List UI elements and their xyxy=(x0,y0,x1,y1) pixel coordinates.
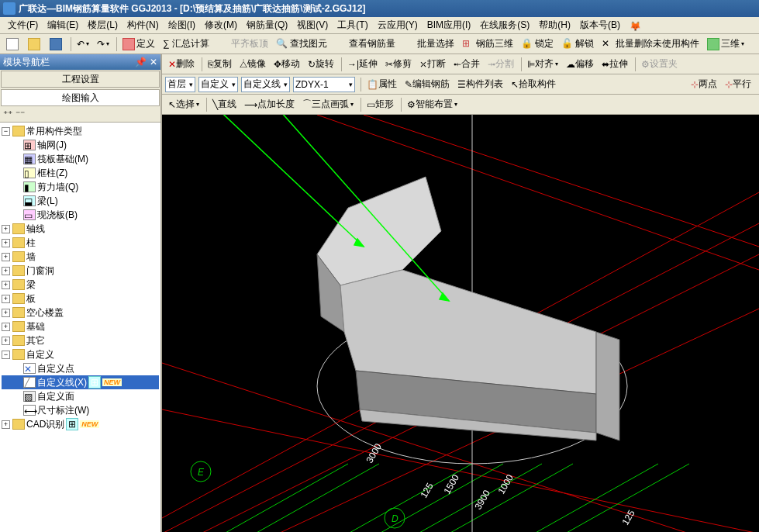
stretch-button[interactable]: ⬌拉伸 xyxy=(599,56,631,72)
collapse-icon[interactable]: ⁻⁻ xyxy=(16,109,25,120)
svg-text:D: D xyxy=(392,513,398,524)
tree-node-axis-grid[interactable]: ⊞轴网(J) xyxy=(2,138,159,152)
editrebar-button[interactable]: ✎编辑钢筋 xyxy=(402,76,453,92)
define-button[interactable]: 定义 xyxy=(119,36,158,52)
batchdel-button[interactable]: ✕批量删除未使用构件 xyxy=(599,36,702,52)
copy-button[interactable]: ⎘复制 xyxy=(205,56,235,72)
extend-button[interactable]: →|延伸 xyxy=(344,56,381,72)
lock-button[interactable]: 🔒锁定 xyxy=(518,36,557,52)
3d-viewport[interactable]: 3000 125 1500 3900 1000 125 E D xyxy=(162,115,759,532)
tree-node-custom-face[interactable]: ▨自定义面 xyxy=(2,389,159,403)
menu-rebar[interactable]: 钢筋量(Q) xyxy=(242,17,292,33)
menu-draw[interactable]: 绘图(I) xyxy=(164,17,200,33)
tree-node-custom[interactable]: −自定义 xyxy=(2,347,159,361)
menu-floor[interactable]: 楼层(L) xyxy=(83,17,122,33)
trim-button[interactable]: ✂修剪 xyxy=(382,56,415,72)
save-button[interactable] xyxy=(47,36,67,52)
customline-combo[interactable]: 自定义线▾ xyxy=(241,77,290,92)
tree-node-foundation[interactable]: +基础 xyxy=(2,320,159,333)
rect-button[interactable]: ▭矩形 xyxy=(364,96,397,112)
sidebar-title: 模块导航栏 📌 ✕ xyxy=(0,54,160,70)
menu-version[interactable]: 版本号(B) xyxy=(575,17,625,33)
zdyx-combo[interactable]: ZDYX-1▾ xyxy=(293,77,355,92)
redo-button[interactable]: ↷▾ xyxy=(94,37,112,51)
menu-edit[interactable]: 编辑(E) xyxy=(43,17,83,33)
tree-node-shear-wall[interactable]: ▮剪力墙(Q) xyxy=(2,180,159,194)
tree-node-custom-line[interactable]: ╱自定义线(X)⊞NEW xyxy=(2,375,159,389)
tree-node-cad[interactable]: +CAD识别⊞NEW xyxy=(2,417,159,431)
draw-toolbar: ↖选择▾ ╲直线 ⟶点加长度 ⌒三点画弧▾ ▭矩形 ⚙智能布置▾ xyxy=(162,95,759,115)
new-button[interactable] xyxy=(3,36,23,52)
rebar3d-button[interactable]: ⊞钢筋三维 xyxy=(459,36,516,52)
menu-file[interactable]: 文件(F) xyxy=(3,17,43,33)
threed-button[interactable]: 三维▾ xyxy=(704,36,747,52)
mirror-button[interactable]: ⧊镜像 xyxy=(236,56,269,72)
componentlist-button[interactable]: ☰构件列表 xyxy=(454,76,506,92)
tree-node-column[interactable]: +柱 xyxy=(2,236,159,250)
main-toolbar: ↶▾ ↷▾ 定义 ∑ 汇总计算 平齐板顶 🔍查找图元 查看钢筋量 批量选择 ⊞钢… xyxy=(0,34,759,54)
menu-component[interactable]: 构件(N) xyxy=(122,17,164,33)
tree-node-opening[interactable]: +门窗洞 xyxy=(2,264,159,278)
tab-draw-input[interactable]: 绘图输入 xyxy=(1,89,160,106)
menu-help[interactable]: 帮助(H) xyxy=(534,17,575,33)
open-button[interactable] xyxy=(25,36,45,52)
arc3-button[interactable]: ⌒三点画弧▾ xyxy=(299,96,357,112)
sidebar: 模块导航栏 📌 ✕ 工程设置 绘图输入 ⁺⁺ ⁻⁻ −常用构件类型 ⊞轴网(J)… xyxy=(0,54,162,532)
parallel-button[interactable]: ⊹平行 xyxy=(722,76,754,92)
custom-combo[interactable]: 自定义▾ xyxy=(198,77,238,92)
close-icon[interactable]: ✕ xyxy=(150,57,157,67)
tree-node-raft[interactable]: ▦筏板基础(M) xyxy=(2,152,159,166)
pickcomp-button[interactable]: ↖拾取构件 xyxy=(508,76,559,92)
split-button[interactable]: ⤞分割 xyxy=(485,56,517,72)
tree-node-custom-point[interactable]: ✕自定义点 xyxy=(2,361,159,375)
fox-icon[interactable]: 🦊 xyxy=(625,19,639,32)
svg-text:125: 125 xyxy=(619,508,637,527)
select-button[interactable]: ↖选择▾ xyxy=(165,96,202,112)
pin-icon[interactable]: 📌 xyxy=(135,57,147,67)
menu-modify[interactable]: 修改(M) xyxy=(200,17,242,33)
menu-tool[interactable]: 工具(T) xyxy=(333,17,372,33)
offset-button[interactable]: ☁偏移 xyxy=(563,56,597,72)
tree-node-frame-col[interactable]: ▯框柱(Z) xyxy=(2,166,159,180)
tree-node-other[interactable]: +其它 xyxy=(2,333,159,347)
align-button[interactable]: ⊫对齐▾ xyxy=(524,56,561,72)
property-button[interactable]: 📋属性 xyxy=(364,76,400,92)
tree-node-axis[interactable]: +轴线 xyxy=(2,222,159,236)
expand-icon[interactable]: ⁺⁺ xyxy=(3,109,12,120)
unlock-button[interactable]: 🔓解锁 xyxy=(558,36,597,52)
merge-button[interactable]: ⤝合并 xyxy=(450,56,483,72)
sum-button[interactable]: ∑ 汇总计算 xyxy=(160,36,212,52)
tree-node-slab[interactable]: ▭现浇板(B) xyxy=(2,208,159,222)
tree-node-beam2[interactable]: +梁 xyxy=(2,278,159,292)
checkrebar-button[interactable]: 查看钢筋量 xyxy=(332,36,398,52)
flat-button[interactable]: 平齐板顶 xyxy=(214,36,271,52)
smartlayout-button[interactable]: ⚙智能布置▾ xyxy=(404,96,461,112)
menu-online[interactable]: 在线服务(S) xyxy=(475,17,534,33)
twopoint-button[interactable]: ⊹两点 xyxy=(688,76,720,92)
floor-combo[interactable]: 首层▾ xyxy=(165,77,195,92)
component-tree[interactable]: −常用构件类型 ⊞轴网(J) ▦筏板基础(M) ▯框柱(Z) ▮剪力墙(Q) ⬓… xyxy=(0,123,160,532)
undo-button[interactable]: ↶▾ xyxy=(74,37,92,51)
menu-cloud[interactable]: 云应用(Y) xyxy=(373,17,423,33)
pointlen-button[interactable]: ⟶点加长度 xyxy=(241,96,298,112)
setprop-button[interactable]: ⚙设置夹 xyxy=(638,56,681,72)
break-button[interactable]: ⤫打断 xyxy=(416,56,449,72)
tree-node-root[interactable]: −常用构件类型 xyxy=(2,124,159,138)
menu-bim[interactable]: BIM应用(I) xyxy=(423,17,476,33)
tree-node-plate[interactable]: +板 xyxy=(2,292,159,306)
delete-button[interactable]: ✕删除 xyxy=(165,56,198,72)
findmap-button[interactable]: 🔍查找图元 xyxy=(273,36,330,52)
menu-bar: 文件(F) 编辑(E) 楼层(L) 构件(N) 绘图(I) 修改(M) 钢筋量(… xyxy=(0,17,759,34)
tree-node-beam[interactable]: ⬓梁(L) xyxy=(2,194,159,208)
svg-line-26 xyxy=(162,115,364,247)
tree-node-hollow[interactable]: +空心楼盖 xyxy=(2,306,159,320)
tree-node-dimension[interactable]: ⟷尺寸标注(W) xyxy=(2,403,159,417)
move-button[interactable]: ✥移动 xyxy=(271,56,303,72)
tab-project-settings[interactable]: 工程设置 xyxy=(1,71,160,88)
batchsel-button[interactable]: 批量选择 xyxy=(400,36,457,52)
rotate-button[interactable]: ↻旋转 xyxy=(305,56,337,72)
tree-node-wall[interactable]: +墙 xyxy=(2,250,159,264)
menu-view[interactable]: 视图(V) xyxy=(292,17,333,33)
context-toolbar: 首层▾ 自定义▾ 自定义线▾ ZDYX-1▾ 📋属性 ✎编辑钢筋 ☰构件列表 ↖… xyxy=(162,74,759,95)
line-button[interactable]: ╲直线 xyxy=(209,96,240,112)
